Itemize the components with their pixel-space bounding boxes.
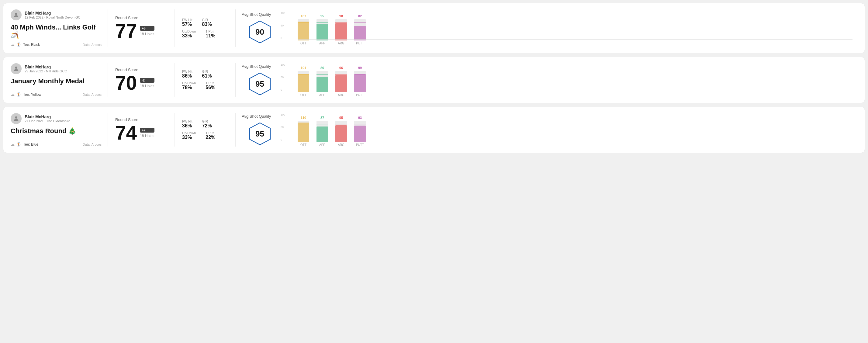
data-source: Data: Arccos	[83, 143, 101, 146]
big-score: 70	[115, 73, 137, 93]
bag-icon: 🏌	[17, 142, 21, 147]
tee-info: ☁ 🏌 Tee: Blue	[11, 142, 38, 147]
chart-wrapper: 100 50 0 101 OTT 86 APP	[289, 63, 852, 97]
quality-section: Avg Shot Quality 95	[236, 113, 284, 147]
updown-value: 33%	[182, 33, 196, 39]
stats-section: FW Hit 86% GIR 61% Up/Down 78% 1 Putt	[175, 63, 236, 97]
user-name: Blair McHarg	[25, 11, 80, 15]
user-row: Blair McHarg 12 Feb 2022 · Royal North D…	[11, 9, 101, 20]
one-putt-value: 11%	[206, 33, 215, 39]
weather-icon: ☁	[11, 92, 14, 97]
data-source: Data: Arccos	[83, 43, 101, 46]
gir-label: GIR	[202, 120, 212, 123]
weather-icon: ☁	[11, 142, 14, 147]
left-section: Blair McHarg 12 Feb 2022 · Royal North D…	[11, 9, 108, 47]
round-title: 40 Mph Winds... Links Golf 🪃	[11, 23, 101, 39]
round-score-label: Round Score	[115, 15, 167, 20]
stats-row-bottom: Up/Down 33% 1 Putt 22%	[182, 131, 228, 140]
bar-column-putt: 93 PUTT	[354, 121, 366, 147]
score-section: Round Score 70 -2 18 Holes	[108, 63, 175, 97]
holes-label: 18 Holes	[140, 84, 154, 88]
avatar	[11, 113, 22, 124]
round-card-round2: Blair McHarg 29 Jan 2022 · Mill Ride GCC…	[3, 57, 865, 103]
user-row: Blair McHarg 29 Jan 2022 · Mill Ride GCC	[11, 63, 101, 74]
date-course: 29 Jan 2022 · Mill Ride GCC	[25, 69, 67, 73]
weather-icon: ☁	[11, 42, 14, 47]
left-section: Blair McHarg 27 Dec 2021 · The Oxfordshi…	[11, 113, 108, 147]
score-modifier: +2	[140, 128, 154, 132]
round-card-round1: Blair McHarg 12 Feb 2022 · Royal North D…	[3, 3, 865, 53]
stats-section: FW Hit 36% GIR 72% Up/Down 33% 1 Putt	[175, 113, 236, 147]
user-info: Blair McHarg 29 Jan 2022 · Mill Ride GCC	[25, 64, 67, 73]
fw-hit-label: FW Hit	[182, 70, 192, 73]
tee-label: Tee: Blue	[23, 142, 38, 147]
one-putt-value: 56%	[206, 85, 215, 90]
updown-label: Up/Down	[182, 81, 196, 85]
gir-label: GIR	[202, 18, 212, 22]
fw-hit-value: 86%	[182, 73, 192, 79]
bar-column-app: 87 APP	[316, 121, 328, 147]
svg-point-4	[15, 117, 17, 119]
svg-point-2	[15, 67, 17, 69]
gir-value: 83%	[202, 22, 212, 27]
bar-column-arg: 95 ARG	[335, 121, 347, 147]
quality-label: Avg Shot Quality	[242, 64, 271, 69]
tee-label: Tee: Black	[23, 42, 40, 47]
one-putt-value: 22%	[206, 135, 215, 140]
gir-value: 72%	[202, 123, 212, 129]
stat-gir: GIR 72%	[202, 120, 212, 129]
bar-column-putt: 99 PUTT	[354, 71, 366, 97]
round-score-label: Round Score	[115, 117, 167, 122]
user-info: Blair McHarg 12 Feb 2022 · Royal North D…	[25, 11, 80, 19]
hexagon: 95	[248, 122, 272, 146]
bottom-row: ☁ 🏌 Tee: Yellow Data: Arccos	[11, 92, 101, 97]
round-title: January Monthly Medal	[11, 77, 101, 85]
left-section: Blair McHarg 29 Jan 2022 · Mill Ride GCC…	[11, 63, 108, 97]
stat-updown: Up/Down 78%	[182, 81, 196, 90]
updown-value: 78%	[182, 85, 196, 90]
updown-label: Up/Down	[182, 30, 196, 33]
score-row: 77 +5 18 Holes	[115, 21, 167, 41]
gir-value: 61%	[202, 73, 212, 79]
fw-hit-label: FW Hit	[182, 18, 192, 22]
stats-row-top: FW Hit 36% GIR 72%	[182, 120, 228, 129]
fw-hit-value: 36%	[182, 123, 192, 129]
score-row: 70 -2 18 Holes	[115, 73, 167, 93]
big-score: 77	[115, 21, 137, 41]
chart-section: 100 50 0 101 OTT 86 APP	[284, 63, 857, 97]
holes-label: 18 Holes	[140, 134, 154, 138]
stat-fw-hit: FW Hit 57%	[182, 18, 192, 27]
holes-label: 18 Holes	[140, 32, 154, 36]
bar-column-app: 86 APP	[316, 71, 328, 97]
user-row: Blair McHarg 27 Dec 2021 · The Oxfordshi…	[11, 113, 101, 124]
stat-fw-hit: FW Hit 86%	[182, 70, 192, 79]
stat-updown: Up/Down 33%	[182, 131, 196, 140]
quality-section: Avg Shot Quality 95	[236, 63, 284, 97]
score-meta: -2 18 Holes	[140, 78, 154, 88]
score-meta: +5 18 Holes	[140, 26, 154, 36]
chart-section: 100 50 0 107 OTT 95 APP	[284, 9, 857, 47]
score-row: 74 +2 18 Holes	[115, 123, 167, 143]
score-meta: +2 18 Holes	[140, 128, 154, 138]
quality-label: Avg Shot Quality	[242, 114, 271, 119]
user-name: Blair McHarg	[25, 64, 67, 69]
hexagon: 90	[248, 20, 272, 44]
bar-column-arg: 96 ARG	[335, 71, 347, 97]
stat-updown: Up/Down 33%	[182, 30, 196, 39]
bottom-row: ☁ 🏌 Tee: Black Data: Arccos	[11, 42, 101, 47]
score-modifier: -2	[140, 78, 154, 83]
bar-column-putt: 82 PUTT	[354, 19, 366, 45]
round-score-label: Round Score	[115, 67, 167, 72]
big-score: 74	[115, 123, 137, 143]
gir-label: GIR	[202, 70, 212, 73]
avatar	[11, 9, 22, 20]
round-card-round3: Blair McHarg 27 Dec 2021 · The Oxfordshi…	[3, 107, 865, 153]
date-course: 12 Feb 2022 · Royal North Devon GC	[25, 15, 80, 19]
one-putt-label: 1 Putt	[206, 81, 215, 85]
bar-column-arg: 98 ARG	[335, 19, 347, 45]
stat-gir: GIR 61%	[202, 70, 212, 79]
stat-fw-hit: FW Hit 36%	[182, 120, 192, 129]
stat-one-putt: 1 Putt 11%	[206, 30, 215, 39]
svg-point-0	[15, 13, 17, 15]
stats-row-bottom: Up/Down 78% 1 Putt 56%	[182, 81, 228, 90]
